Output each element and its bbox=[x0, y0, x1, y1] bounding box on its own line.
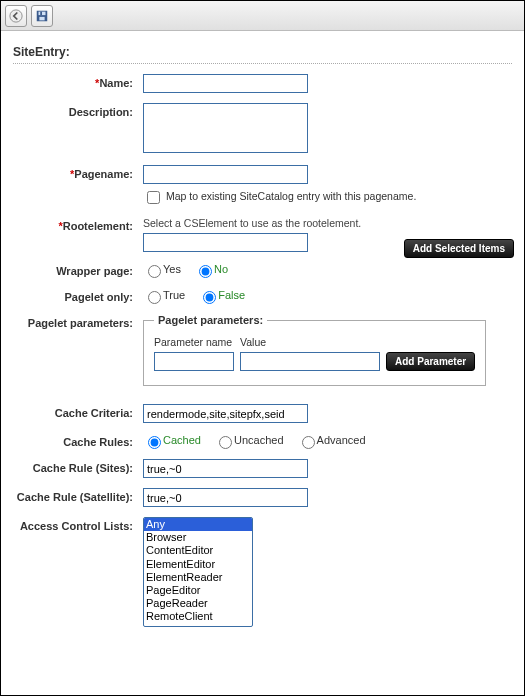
cache-rules-label: Cache Rules: bbox=[13, 433, 143, 448]
pagelet-params-fieldset: Pagelet parameters: Parameter name Value… bbox=[143, 314, 486, 386]
acl-option[interactable]: Any bbox=[144, 518, 252, 531]
map-checkbox-label: Map to existing SiteCatalog entry with t… bbox=[166, 190, 416, 202]
cache-rule-sites-label: Cache Rule (Sites): bbox=[13, 459, 143, 474]
add-selected-items-button[interactable]: Add Selected Items bbox=[404, 239, 514, 258]
acl-option[interactable]: ElementEditor bbox=[144, 558, 252, 571]
description-textarea[interactable] bbox=[143, 103, 308, 153]
add-parameter-button[interactable]: Add Parameter bbox=[386, 352, 475, 371]
acl-option[interactable]: RemoteClient bbox=[144, 610, 252, 623]
cache-cached-radio[interactable] bbox=[148, 436, 161, 449]
acl-label: Access Control Lists: bbox=[13, 517, 143, 532]
form-content: SiteEntry: *Name: Description: *Pagename… bbox=[1, 31, 524, 695]
rootelement-hint: Select a CSElement to use as the rootele… bbox=[143, 217, 512, 229]
back-button[interactable] bbox=[5, 5, 27, 27]
svg-rect-3 bbox=[39, 16, 44, 20]
arrow-left-icon bbox=[9, 9, 23, 23]
acl-option[interactable]: PageReader bbox=[144, 597, 252, 610]
wrapper-no-radio[interactable] bbox=[199, 265, 212, 278]
acl-option[interactable]: Browser bbox=[144, 531, 252, 544]
name-input[interactable] bbox=[143, 74, 308, 93]
pagename-label: *Pagename: bbox=[13, 165, 143, 180]
cache-rule-satellite-input[interactable] bbox=[143, 488, 308, 507]
svg-point-0 bbox=[10, 9, 22, 21]
separator bbox=[13, 63, 512, 64]
cache-rule-sites-input[interactable] bbox=[143, 459, 308, 478]
name-label: *Name: bbox=[13, 74, 143, 89]
pagename-input[interactable] bbox=[143, 165, 308, 184]
toolbar bbox=[1, 1, 524, 31]
rootelement-label: *Rootelement: bbox=[13, 217, 143, 232]
page-title: SiteEntry: bbox=[13, 45, 512, 59]
param-value-header: Value bbox=[240, 336, 266, 348]
acl-option[interactable]: ElementReader bbox=[144, 571, 252, 584]
pagelet-false-radio[interactable] bbox=[203, 291, 216, 304]
cache-rule-satellite-label: Cache Rule (Satellite): bbox=[13, 488, 143, 503]
param-name-header: Parameter name bbox=[154, 336, 234, 348]
pagelet-only-radio-group: True False bbox=[143, 288, 512, 304]
description-label: Description: bbox=[13, 103, 143, 118]
pagelet-params-legend: Pagelet parameters: bbox=[154, 314, 267, 326]
cache-uncached-radio[interactable] bbox=[219, 436, 232, 449]
cache-criteria-input[interactable] bbox=[143, 404, 308, 423]
map-checkbox[interactable] bbox=[147, 191, 160, 204]
pagelet-true-radio[interactable] bbox=[148, 291, 161, 304]
acl-select[interactable]: AnyBrowserContentEditorElementEditorElem… bbox=[143, 517, 253, 627]
pagelet-params-label: Pagelet parameters: bbox=[13, 314, 143, 329]
rootelement-input[interactable] bbox=[143, 233, 308, 252]
param-value-input[interactable] bbox=[240, 352, 380, 371]
wrapper-label: Wrapper page: bbox=[13, 262, 143, 277]
floppy-disk-icon bbox=[35, 9, 49, 23]
acl-option[interactable]: ContentEditor bbox=[144, 544, 252, 557]
save-button[interactable] bbox=[31, 5, 53, 27]
pagelet-only-label: Pagelet only: bbox=[13, 288, 143, 303]
wrapper-yes-radio[interactable] bbox=[148, 265, 161, 278]
cache-rules-radio-group: Cached Uncached Advanced bbox=[143, 433, 512, 449]
wrapper-radio-group: Yes No bbox=[143, 262, 512, 278]
param-name-input[interactable] bbox=[154, 352, 234, 371]
cache-advanced-radio[interactable] bbox=[302, 436, 315, 449]
svg-rect-4 bbox=[40, 11, 42, 15]
cache-criteria-label: Cache Criteria: bbox=[13, 404, 143, 419]
acl-option[interactable]: PageEditor bbox=[144, 584, 252, 597]
